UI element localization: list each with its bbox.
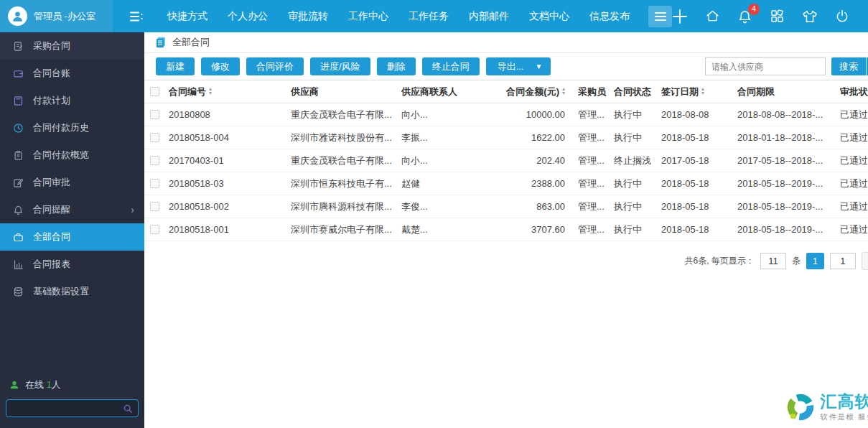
online-count: 1	[47, 379, 52, 390]
progress-risk-button[interactable]: 进度/风险	[310, 57, 370, 75]
search-icon[interactable]	[123, 404, 133, 414]
col-header-supplier: 供应商	[291, 85, 401, 98]
row-checkbox[interactable]	[150, 179, 159, 188]
contract-status-cell: 执行中	[614, 108, 661, 121]
select-all-checkbox[interactable]	[150, 87, 159, 96]
export-dropdown-button[interactable]: 导出... ▼	[486, 57, 551, 75]
sidebar-item-payment-plan[interactable]: 付款计划	[0, 87, 144, 114]
row-checkbox[interactable]	[150, 202, 159, 211]
sidebar-item-contract-report[interactable]: 合同报表	[0, 251, 144, 278]
row-checkbox[interactable]	[150, 225, 159, 234]
search-button[interactable]: 搜索	[831, 57, 868, 75]
sidebar-item-label: 基础数据设置	[33, 285, 89, 298]
notifications-bell-icon[interactable]: 4	[737, 9, 752, 24]
online-status: 在线 1人	[0, 378, 144, 399]
table-row[interactable]: 20170403-01重庆金茂联合电子有限...向小...202.40管理...…	[144, 149, 868, 172]
row-checkbox[interactable]	[150, 156, 159, 165]
amount-cell: 1622.00	[480, 132, 565, 143]
hamburger-icon	[654, 11, 667, 22]
contract-no-cell: 20180518-004	[169, 132, 291, 143]
sidebar-item-label: 合同付款概览	[33, 149, 89, 162]
pagination-unit: 条	[792, 255, 801, 267]
table-row[interactable]: 20180518-001深圳市赛威尔电子有限...戴楚...3707.60管理.…	[144, 218, 868, 241]
sidebar-item-contract-reminder[interactable]: 合同提醒 ›	[0, 196, 144, 223]
topnav-item-approval-flow[interactable]: 审批流转	[288, 10, 328, 23]
amount-cell: 2388.00	[480, 178, 565, 189]
contract-evaluate-button[interactable]: 合同评价	[246, 57, 304, 75]
sidebar-search-input[interactable]	[11, 404, 123, 414]
pagination: 共6条, 每页显示： 条 1 GO	[144, 252, 868, 270]
table-row[interactable]: 20180808重庆金茂联合电子有限...向小...10000.00管理...执…	[144, 103, 868, 126]
sidebar-item-contract-ledger[interactable]: 合同台账	[0, 60, 144, 87]
sidebar-item-all-contracts[interactable]: 全部合同	[0, 223, 144, 251]
power-icon[interactable]	[835, 9, 849, 24]
apps-grid-icon[interactable]	[770, 9, 785, 24]
sidebar-item-contract-approval[interactable]: 合同审批	[0, 169, 144, 196]
user-name: 管理员 -办公室	[34, 10, 95, 23]
delete-button[interactable]: 删除	[377, 57, 416, 75]
more-menu-button[interactable]	[648, 6, 672, 27]
sort-icon: ▴▾	[562, 87, 565, 96]
buyer-cell: 管理...	[578, 154, 614, 167]
col-header-contract-period: 合同期限	[737, 85, 840, 98]
topnav-item-work-tasks[interactable]: 工作任务	[409, 10, 449, 23]
document-icon	[12, 41, 24, 52]
modify-button[interactable]: 修改	[201, 57, 240, 75]
row-checkbox[interactable]	[150, 110, 159, 119]
collapse-menu-icon[interactable]	[129, 9, 144, 24]
approval-status-cell: 已通过审批	[840, 177, 868, 190]
goto-page-input[interactable]	[830, 253, 856, 269]
search-button-label: 搜索	[831, 57, 866, 75]
topnav-item-shortcuts[interactable]: 快捷方式	[167, 10, 207, 23]
sidebar-item-purchase-contract[interactable]: 采购合同	[0, 32, 144, 60]
topnav-item-document-center[interactable]: 文档中心	[529, 10, 569, 23]
sidebar-item-label: 全部合同	[33, 231, 70, 243]
new-button[interactable]: 新建	[156, 57, 195, 75]
topnav-item-internal-mail[interactable]: 内部邮件	[469, 10, 509, 23]
amount-cell: 202.40	[480, 155, 565, 166]
topnav-item-info-publish[interactable]: 信息发布	[589, 10, 630, 23]
row-checkbox[interactable]	[150, 133, 159, 142]
col-header-contract-status: 合同状态	[614, 85, 661, 98]
sort-icon: ▴▾	[701, 87, 704, 96]
page-size-input[interactable]	[760, 253, 786, 269]
contract-status-cell: 执行中	[614, 177, 661, 190]
sidebar-item-payment-overview[interactable]: 合同付款概览	[0, 141, 144, 169]
theme-shirt-icon[interactable]	[802, 9, 818, 24]
caret-down-icon: ▼	[535, 62, 542, 70]
table-row[interactable]: 20180518-03深圳市恒东科技电子有...赵健2388.00管理...执行…	[144, 172, 868, 195]
brand-tagline: 软件是根 服务为本	[821, 412, 868, 422]
contract-no-cell: 20180808	[169, 109, 291, 120]
sidebar-item-basic-data-settings[interactable]: 基础数据设置	[0, 278, 144, 305]
bell-icon	[12, 205, 24, 215]
terminate-contract-button[interactable]: 终止合同	[422, 57, 480, 75]
supplier-cell: 深圳市赛威尔电子有限...	[291, 223, 401, 236]
supplier-cell: 深圳市腾科源科技有限...	[291, 200, 401, 213]
col-header-sign-date[interactable]: 签订日期▴▾	[661, 85, 737, 98]
add-icon[interactable]	[672, 9, 688, 24]
supplier-contact-cell: 李振...	[401, 131, 480, 144]
col-header-amount[interactable]: 合同金额(元)▴▾	[480, 85, 565, 98]
contract-status-cell: 执行中	[614, 200, 661, 213]
topnav-item-personal-office[interactable]: 个人办公	[228, 10, 268, 23]
table-row[interactable]: 20180518-004深圳市雅诺科技股份有...李振...1622.00管理.…	[144, 126, 868, 149]
bag-icon	[12, 232, 24, 243]
supplier-search-input[interactable]	[705, 57, 826, 75]
buyer-cell: 管理...	[578, 223, 614, 236]
user-area[interactable]: 管理员 -办公室	[0, 0, 113, 32]
go-button[interactable]: GO	[862, 252, 868, 270]
contract-period-cell: 2017-05-18--2018-...	[737, 155, 840, 166]
table-row[interactable]: 20180518-002深圳市腾科源科技有限...李俊...863.00管理..…	[144, 195, 868, 218]
approval-status-cell: 已通过审批	[840, 131, 868, 144]
col-header-contract-no[interactable]: 合同编号▴▾	[169, 85, 291, 98]
current-page-button[interactable]: 1	[806, 253, 824, 269]
topnav-item-work-center[interactable]: 工作中心	[348, 10, 388, 23]
sidebar-item-label: 合同付款历史	[33, 121, 89, 134]
sign-date-cell: 2018-05-18	[661, 224, 737, 235]
contract-status-cell: 执行中	[614, 223, 661, 236]
sidebar-item-label: 合同审批	[33, 176, 70, 189]
online-user-icon	[9, 380, 19, 390]
home-icon[interactable]	[705, 9, 720, 24]
supplier-cell: 重庆金茂联合电子有限...	[291, 108, 401, 121]
sidebar-item-payment-history[interactable]: 合同付款历史	[0, 114, 144, 141]
